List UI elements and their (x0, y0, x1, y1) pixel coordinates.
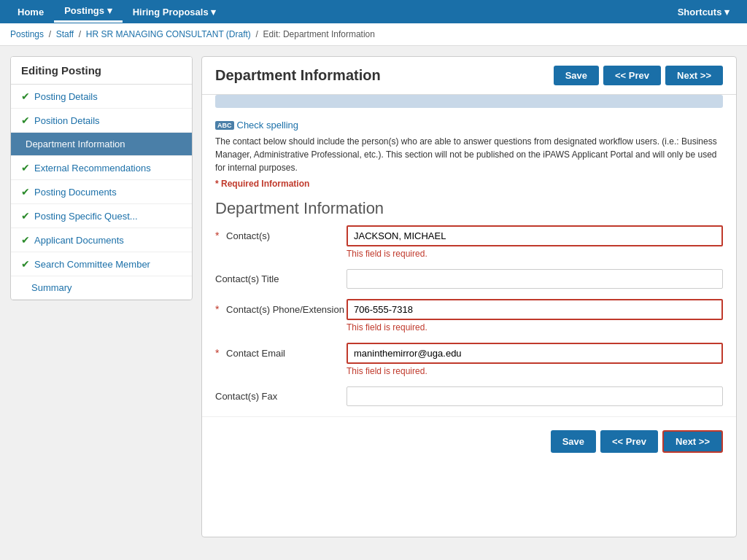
error-contacts: This field is required. (347, 249, 723, 259)
sidebar-label-department-info: Department Information (26, 139, 125, 149)
next-button-bottom[interactable]: Next >> (662, 430, 723, 453)
nav-postings[interactable]: Postings ▾ (54, 1, 123, 23)
prev-button-top[interactable]: << Prev (603, 66, 661, 85)
check-icon: ✔ (21, 186, 30, 198)
check-icon: ✔ (21, 258, 30, 270)
field-contact-email: * Contact Email This field is required. (215, 343, 723, 376)
check-icon: ✔ (21, 162, 30, 174)
label-text-contacts-title: Contact(s) Title (215, 273, 279, 284)
nav-hiring-proposals[interactable]: Hiring Proposals ▾ (123, 2, 227, 22)
field-contacts-title: Contact(s) Title (215, 269, 723, 289)
label-contacts-phone: * Contact(s) Phone/Extension (215, 299, 347, 315)
required-note: * Required Information (215, 179, 723, 189)
field-wrap-contacts: This field is required. (347, 225, 723, 259)
required-star: * (215, 347, 219, 359)
input-contacts-title[interactable] (347, 269, 723, 289)
form-section-title: Department Information (202, 195, 736, 225)
field-contacts-fax: Contact(s) Fax (215, 386, 723, 406)
field-contacts: * Contact(s) This field is required. (215, 225, 723, 259)
breadcrumb-staff[interactable]: Staff (56, 29, 74, 39)
spell-check-link[interactable]: ABC Check spelling (215, 120, 723, 131)
spell-check-label: Check spelling (237, 120, 299, 131)
sidebar-item-posting-documents[interactable]: ✔ Posting Documents (11, 180, 192, 204)
sidebar-label-applicant-documents: Applicant Documents (34, 235, 124, 246)
nav-home[interactable]: Home (7, 2, 54, 22)
form-body: * Contact(s) This field is required. Con… (202, 225, 736, 406)
breadcrumb-postings[interactable]: Postings (10, 29, 44, 39)
sidebar-label-search-committee: Search Committee Member (34, 259, 150, 270)
sidebar-item-posting-details[interactable]: ✔ Posting Details (11, 85, 192, 109)
save-button-bottom[interactable]: Save (551, 430, 596, 453)
main-layout: Editing Posting ✔ Posting Details ✔ Posi… (0, 46, 747, 548)
spell-check-area: ABC Check spelling The contact below sho… (202, 115, 736, 195)
sidebar-item-search-committee[interactable]: ✔ Search Committee Member (11, 252, 192, 276)
page-title: Department Information (215, 67, 554, 84)
label-text-contacts: Contact(s) (226, 230, 270, 241)
sidebar-item-department-info[interactable]: Department Information (11, 133, 192, 156)
header-button-group: Save << Prev Next >> (554, 66, 723, 85)
label-contacts-title: Contact(s) Title (215, 269, 347, 284)
progress-bar (215, 95, 723, 108)
check-icon: ✔ (21, 114, 30, 126)
nav-shortcuts[interactable]: Shortcuts ▾ (667, 2, 740, 22)
required-star: * (215, 303, 219, 315)
sidebar-label-posting-details: Posting Details (34, 91, 98, 102)
save-button-top[interactable]: Save (554, 66, 599, 85)
field-wrap-contacts-title (347, 269, 723, 289)
next-button-top[interactable]: Next >> (665, 66, 723, 85)
sidebar-item-applicant-documents[interactable]: ✔ Applicant Documents (11, 228, 192, 252)
content-header: Department Information Save << Prev Next… (202, 57, 736, 95)
error-contact-email: This field is required. (347, 366, 723, 376)
label-contact-email: * Contact Email (215, 343, 347, 359)
error-contacts-phone: This field is required. (347, 322, 723, 332)
abc-icon: ABC (215, 121, 234, 130)
sidebar-label-posting-specific: Posting Specific Quest... (34, 211, 138, 222)
field-wrap-contact-email: This field is required. (347, 343, 723, 376)
required-star: * (215, 230, 219, 241)
sidebar-item-position-details[interactable]: ✔ Position Details (11, 109, 192, 133)
check-icon: ✔ (21, 234, 30, 246)
field-wrap-contacts-fax (347, 386, 723, 406)
label-contacts: * Contact(s) (215, 225, 347, 241)
input-contact-email[interactable] (347, 343, 723, 364)
sidebar-label-position-details: Position Details (34, 115, 100, 126)
description-text: The contact below should include the per… (215, 135, 723, 174)
bottom-button-group: Save << Prev Next >> (202, 416, 736, 466)
sidebar-item-external-recommendations[interactable]: ✔ External Recommendations (11, 156, 192, 180)
sidebar-label-posting-documents: Posting Documents (34, 187, 117, 198)
sidebar: Editing Posting ✔ Posting Details ✔ Posi… (10, 56, 193, 300)
sidebar-item-posting-specific[interactable]: ✔ Posting Specific Quest... (11, 204, 192, 228)
input-contacts-phone[interactable] (347, 299, 723, 320)
label-text-contacts-phone: Contact(s) Phone/Extension (226, 304, 344, 315)
sidebar-label-summary: Summary (31, 282, 72, 293)
field-contacts-phone: * Contact(s) Phone/Extension This field … (215, 299, 723, 332)
input-contacts-fax[interactable] (347, 386, 723, 406)
input-contacts[interactable] (347, 225, 723, 246)
check-icon: ✔ (21, 210, 30, 222)
label-contacts-fax: Contact(s) Fax (215, 386, 347, 402)
top-navigation: Home Postings ▾ Hiring Proposals ▾ Short… (0, 0, 747, 23)
breadcrumb: Postings / Staff / HR SR MANAGING CONSUL… (0, 23, 747, 46)
check-icon: ✔ (21, 90, 30, 102)
breadcrumb-position[interactable]: HR SR MANAGING CONSULTANT (Draft) (86, 29, 251, 39)
breadcrumb-current: Edit: Department Information (263, 29, 375, 39)
prev-button-bottom[interactable]: << Prev (600, 430, 658, 453)
field-wrap-contacts-phone: This field is required. (347, 299, 723, 332)
content-panel: Department Information Save << Prev Next… (201, 56, 737, 537)
sidebar-title: Editing Posting (11, 57, 192, 85)
sidebar-item-summary[interactable]: Summary (11, 276, 192, 300)
label-text-contacts-fax: Contact(s) Fax (215, 391, 277, 402)
label-text-contact-email: Contact Email (226, 348, 285, 359)
sidebar-label-external-recommendations: External Recommendations (34, 163, 151, 174)
